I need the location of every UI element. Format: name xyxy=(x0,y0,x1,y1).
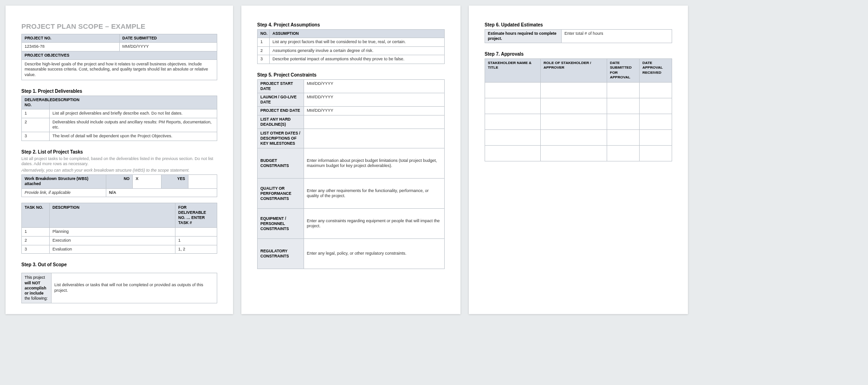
approvals-col2: ROLE OF STAKEHOLDER / APPROVER xyxy=(541,59,607,83)
out-of-scope-text: List deliverables or tasks that will not… xyxy=(52,273,217,303)
constraint-golive-value: MM/DD/YYYY xyxy=(304,93,445,107)
constraint-end-value: MM/DD/YYYY xyxy=(304,107,445,116)
date-submitted-label: DATE SUBMITTED xyxy=(119,34,217,43)
wbs-link-value: N/A xyxy=(106,188,217,197)
constraint-start-label: PROJECT START DATE xyxy=(258,80,304,93)
page-3: Step 6. Updated Estimates Estimate hours… xyxy=(469,6,688,314)
estimates-table: Estimate hours required to complete proj… xyxy=(485,29,672,43)
wbs-table: Work Breakdown Structure (WBS) attached … xyxy=(21,174,217,197)
deliverable-desc-header: DESCRIPTION xyxy=(50,96,217,109)
table-row xyxy=(485,145,672,161)
constraint-hard-label: LIST ANY HARD DEADLINE(S) xyxy=(258,115,304,128)
wbs-link-label: Provide link, if applicable xyxy=(22,188,106,197)
approvals-col4: DATE APPROVAL RECEIVED xyxy=(640,59,672,83)
constraint-reg-value: Enter any legal, policy, or other regula… xyxy=(304,239,445,269)
page-2: Step 4. Project Assumptions NO. ASSUMPTI… xyxy=(241,6,460,314)
table-row: 3The level of detail will be dependent u… xyxy=(22,132,217,141)
step1-heading: Step 1. Project Deliverables xyxy=(21,89,217,94)
step2-sub1: List all project tasks to be completed, … xyxy=(21,156,217,167)
table-row xyxy=(485,114,672,129)
assumptions-table: NO. ASSUMPTION 1List any project factors… xyxy=(257,29,445,64)
constraint-other-label: LIST OTHER DATES / DESCRIPTIONS OF KEY M… xyxy=(258,129,304,148)
table-row: 1List any project factors that will be c… xyxy=(258,38,445,47)
task-no-header: TASK NO. xyxy=(22,203,50,228)
approvals-col3: DATE SUBMITTED FOR APPROVAL xyxy=(607,59,640,83)
assumption-header: ASSUMPTION xyxy=(270,30,445,38)
tasks-table: TASK NO. DESCRIPTION FOR DELIVERABLE NO.… xyxy=(21,203,217,254)
date-submitted-value: MM/DD/YYYY xyxy=(119,43,217,51)
wbs-no-label: NO xyxy=(106,175,132,188)
step2-heading: Step 2. List of Project Tasks xyxy=(21,149,217,154)
approvals-col1: STAKEHOLDER NAME & TITLE xyxy=(485,59,541,83)
step6-heading: Step 6. Updated Estimates xyxy=(485,22,672,27)
step4-heading: Step 4. Project Assumptions xyxy=(257,22,445,27)
step2-sub2: Alternatively, you can attach your work … xyxy=(21,168,217,173)
out-of-scope-table: This project will NOT accomplish or incl… xyxy=(21,273,217,303)
table-row xyxy=(485,98,672,114)
objectives-text: Describe high-level goals of the project… xyxy=(22,59,217,80)
constraint-quality-value: Enter any other requirements for the fun… xyxy=(304,179,445,209)
table-row: 2Deliverables should include outputs and… xyxy=(22,118,217,132)
constraint-start-value: MM/DD/YYYY xyxy=(304,80,445,93)
wbs-yes-label: YES xyxy=(162,175,188,188)
assumption-no-header: NO. xyxy=(258,30,270,38)
estimate-label: Estimate hours required to complete proj… xyxy=(485,30,562,43)
out-of-scope-lead: This project will NOT accomplish or incl… xyxy=(22,273,52,303)
table-row xyxy=(485,129,672,145)
step3-heading: Step 3. Out of Scope xyxy=(21,262,217,267)
constraint-budget-label: BUDGET CONSTRAINTS xyxy=(258,148,304,179)
step7-heading: Step 7. Approvals xyxy=(485,51,672,57)
objectives-label: PROJECT OBJECTIVES xyxy=(22,51,217,59)
table-row xyxy=(485,82,672,98)
document-title: PROJECT PLAN SCOPE – EXAMPLE xyxy=(21,22,217,30)
constraint-budget-value: Enter information about project budget l… xyxy=(304,148,445,179)
task-for-header: FOR DELIVERABLE NO. … ENTER TASK # xyxy=(175,203,217,228)
constraint-hard-value xyxy=(304,115,445,128)
table-row: 1List all project deliverables and brief… xyxy=(22,109,217,118)
wbs-attached-label: Work Breakdown Structure (WBS) attached xyxy=(22,175,106,188)
approvals-table: STAKEHOLDER NAME & TITLE ROLE OF STAKEHO… xyxy=(485,58,672,161)
table-row: 3Describe potential impact of assumption… xyxy=(258,55,445,64)
project-meta-table: PROJECT NO. DATE SUBMITTED 123456-78 MM/… xyxy=(21,34,217,80)
estimate-value: Enter total # of hours xyxy=(562,30,672,43)
step5-heading: Step 5. Project Constraints xyxy=(257,72,445,77)
constraint-equip-value: Enter any constraints regarding equipmen… xyxy=(304,209,445,239)
constraint-equip-label: EQUIPMENT / PERSONNEL CONSTRAINTS xyxy=(258,209,304,239)
document: PROJECT PLAN SCOPE – EXAMPLE PROJECT NO.… xyxy=(6,6,862,314)
page-1: PROJECT PLAN SCOPE – EXAMPLE PROJECT NO.… xyxy=(6,6,233,314)
constraint-end-label: PROJECT END DATE xyxy=(258,107,304,116)
constraints-table: PROJECT START DATEMM/DD/YYYY LAUNCH / GO… xyxy=(257,79,445,269)
table-row: 3Evaluation1, 2 xyxy=(22,245,217,254)
constraint-other-value xyxy=(304,129,445,148)
constraint-reg-label: REGULATORY CONSTRAINTS xyxy=(258,239,304,269)
deliverable-no-header: DELIVERABLE NO. xyxy=(22,96,50,109)
wbs-no-value: X xyxy=(133,175,162,188)
constraint-quality-label: QUALITY OR PERFORMANCE CONSTRAINTS xyxy=(258,179,304,209)
constraint-golive-label: LAUNCH / GO-LIVE DATE xyxy=(258,93,304,107)
table-row: 2Assumptions generally involve a certain… xyxy=(258,46,445,55)
deliverables-table: DELIVERABLE NO. DESCRIPTION 1List all pr… xyxy=(21,96,217,141)
task-desc-header: DESCRIPTION xyxy=(50,203,175,228)
table-row: 1Planning xyxy=(22,228,217,237)
project-no-value: 123456-78 xyxy=(22,43,120,51)
table-row: 2Execution1 xyxy=(22,237,217,245)
wbs-yes-value xyxy=(188,175,217,188)
project-no-label: PROJECT NO. xyxy=(22,34,120,43)
